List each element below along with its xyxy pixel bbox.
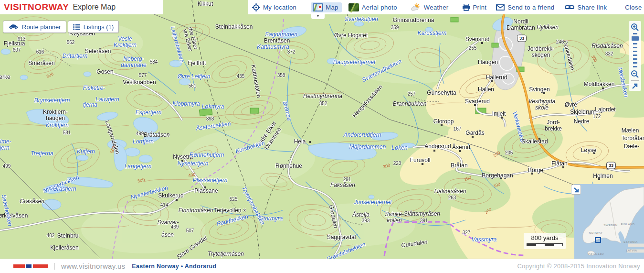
minimap-collapse-button[interactable] xyxy=(571,185,581,195)
envelope-icon xyxy=(496,4,505,11)
weather-sun-cloud-icon xyxy=(411,3,421,11)
printer-icon xyxy=(462,4,470,11)
minimap-country-label: DENMARK xyxy=(588,253,604,256)
weather-button[interactable]: Weather xyxy=(411,3,449,11)
scale-bar xyxy=(527,243,563,246)
page-title: Explore Map xyxy=(73,3,116,11)
zoom-slider-tick[interactable] xyxy=(633,66,637,67)
map-view-button[interactable]: Map xyxy=(311,2,342,12)
route-planner-label: Route planner xyxy=(22,23,61,31)
zoom-out-icon[interactable] xyxy=(631,70,639,78)
listings-icon xyxy=(73,24,80,30)
map-thumbnail-icon xyxy=(313,3,323,11)
zoom-slider-tick[interactable] xyxy=(633,33,637,34)
minimap-country-label: FINLAND xyxy=(621,223,634,226)
norway-flag-icon xyxy=(13,264,48,268)
copyright-text: Copyright © 2008-2015 Innovation Norway xyxy=(517,262,640,270)
my-location-button[interactable]: My location xyxy=(252,3,296,11)
zoom-slider-tick[interactable] xyxy=(633,47,637,48)
fullscreen-arrow-icon[interactable] xyxy=(632,83,638,89)
zoom-in-icon[interactable] xyxy=(631,23,639,32)
zoom-divider xyxy=(631,80,639,81)
minimap-scandinavia xyxy=(574,184,644,259)
listings-label: Listings (1) xyxy=(84,23,114,31)
minimap-country-label: LATVIA xyxy=(626,249,637,252)
map-view-label: Map xyxy=(326,4,338,11)
share-link-label: Share link xyxy=(577,4,607,11)
top-toolbar: My location Map Aerial photo Weather xyxy=(248,0,644,14)
zoom-slider-tick[interactable] xyxy=(633,55,637,56)
route-planner-button[interactable]: Route planner xyxy=(3,21,66,33)
minimap-country-label: ESTONIA xyxy=(623,240,638,243)
zoom-slider-handle[interactable] xyxy=(632,36,639,41)
map-style-dropdown-caret[interactable]: ▼ xyxy=(311,14,325,19)
close-map-button[interactable]: Close map ✖ xyxy=(625,4,644,11)
location-target-icon xyxy=(252,3,260,11)
print-button[interactable]: Print xyxy=(462,4,487,11)
overview-minimap[interactable]: NORWAYSWEDENFINLANDESTONIALATVIADENMARK xyxy=(574,184,644,259)
scale-label: 800 yards xyxy=(531,234,558,241)
zoom-slider-tick[interactable] xyxy=(633,58,637,60)
collapse-arrow-icon xyxy=(573,187,579,193)
breadcrumb-location: Eastern Norway • Andorsrud xyxy=(132,263,216,270)
zoom-slider-tick[interactable] xyxy=(633,51,637,52)
car-icon xyxy=(8,24,19,30)
aerial-thumbnail-icon xyxy=(348,3,359,11)
logo-panel: VISITNORWAY Explore Map xyxy=(0,0,163,14)
scale-indicator: 800 yards xyxy=(524,233,566,249)
my-location-label: My location xyxy=(263,4,296,11)
visitnorway-logo[interactable]: VISITNORWAY xyxy=(4,2,69,12)
topographic-map-canvas[interactable] xyxy=(0,0,644,259)
listings-button[interactable]: Listings (1) xyxy=(68,21,119,33)
weather-label: Weather xyxy=(424,4,449,11)
send-to-friend-button[interactable]: Send to a friend xyxy=(496,4,554,11)
minimap-country-label: NORWAY xyxy=(589,231,602,234)
zoom-control xyxy=(629,21,641,91)
zoom-slider-tick[interactable] xyxy=(633,43,637,44)
aerial-photo-label: Aerial photo xyxy=(362,4,397,11)
zoom-slider-tick[interactable] xyxy=(633,62,637,64)
footer-bar: www.visitnorway.us Eastern Norway • Ando… xyxy=(0,259,644,273)
close-map-label: Close map xyxy=(625,4,644,11)
chain-link-icon xyxy=(565,4,574,10)
minimap-viewport-rect[interactable] xyxy=(595,237,601,243)
site-url-link[interactable]: www.visitnorway.us xyxy=(61,262,125,270)
explore-map-page: KikkutSvartekulpenGrimsrudbrenna359Nordl… xyxy=(0,0,644,273)
minimap-country-label: SWEDEN xyxy=(603,224,617,227)
send-to-friend-label: Send to a friend xyxy=(507,4,554,11)
aerial-photo-button[interactable]: Aerial photo xyxy=(348,3,397,11)
print-label: Print xyxy=(473,4,487,11)
footer-divider xyxy=(54,263,55,270)
share-link-button[interactable]: Share link xyxy=(565,4,607,11)
